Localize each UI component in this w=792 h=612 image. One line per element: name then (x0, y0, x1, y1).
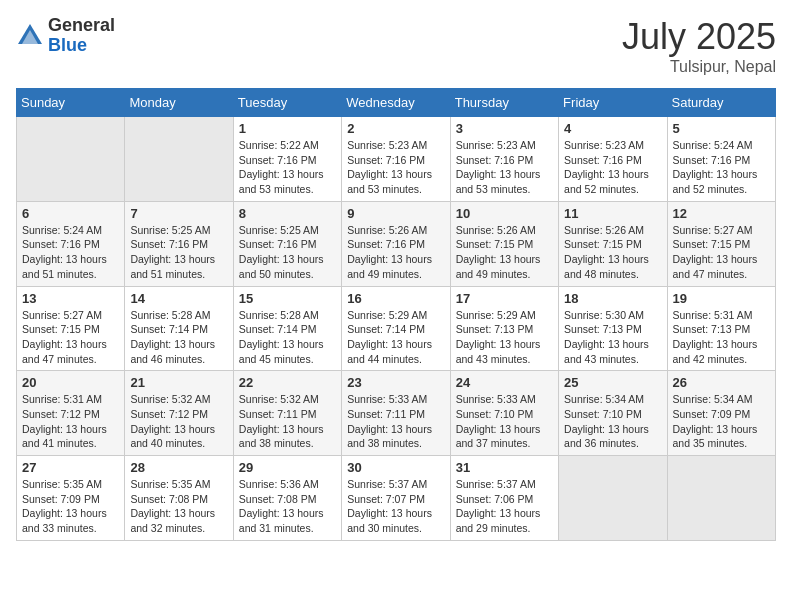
calendar-cell: 22Sunrise: 5:32 AMSunset: 7:11 PMDayligh… (233, 371, 341, 456)
page-header: General Blue July 2025 Tulsipur, Nepal (16, 16, 776, 76)
week-row-0: 1Sunrise: 5:22 AMSunset: 7:16 PMDaylight… (17, 117, 776, 202)
header-cell-saturday: Saturday (667, 89, 775, 117)
day-detail: Sunrise: 5:33 AMSunset: 7:11 PMDaylight:… (347, 392, 444, 451)
day-number: 18 (564, 291, 661, 306)
calendar-cell: 1Sunrise: 5:22 AMSunset: 7:16 PMDaylight… (233, 117, 341, 202)
day-detail: Sunrise: 5:37 AMSunset: 7:06 PMDaylight:… (456, 477, 553, 536)
calendar-cell: 14Sunrise: 5:28 AMSunset: 7:14 PMDayligh… (125, 286, 233, 371)
day-number: 22 (239, 375, 336, 390)
calendar-header: SundayMondayTuesdayWednesdayThursdayFrid… (17, 89, 776, 117)
header-cell-thursday: Thursday (450, 89, 558, 117)
day-detail: Sunrise: 5:23 AMSunset: 7:16 PMDaylight:… (347, 138, 444, 197)
calendar-cell: 20Sunrise: 5:31 AMSunset: 7:12 PMDayligh… (17, 371, 125, 456)
day-number: 26 (673, 375, 770, 390)
header-cell-monday: Monday (125, 89, 233, 117)
day-detail: Sunrise: 5:23 AMSunset: 7:16 PMDaylight:… (564, 138, 661, 197)
calendar-cell (667, 456, 775, 541)
day-number: 23 (347, 375, 444, 390)
calendar-cell: 31Sunrise: 5:37 AMSunset: 7:06 PMDayligh… (450, 456, 558, 541)
day-number: 4 (564, 121, 661, 136)
calendar-cell: 15Sunrise: 5:28 AMSunset: 7:14 PMDayligh… (233, 286, 341, 371)
day-detail: Sunrise: 5:36 AMSunset: 7:08 PMDaylight:… (239, 477, 336, 536)
day-detail: Sunrise: 5:24 AMSunset: 7:16 PMDaylight:… (22, 223, 119, 282)
day-number: 27 (22, 460, 119, 475)
calendar-cell: 10Sunrise: 5:26 AMSunset: 7:15 PMDayligh… (450, 201, 558, 286)
day-number: 5 (673, 121, 770, 136)
calendar-cell: 26Sunrise: 5:34 AMSunset: 7:09 PMDayligh… (667, 371, 775, 456)
day-detail: Sunrise: 5:33 AMSunset: 7:10 PMDaylight:… (456, 392, 553, 451)
day-number: 2 (347, 121, 444, 136)
calendar-table: SundayMondayTuesdayWednesdayThursdayFrid… (16, 88, 776, 541)
day-detail: Sunrise: 5:34 AMSunset: 7:10 PMDaylight:… (564, 392, 661, 451)
day-detail: Sunrise: 5:30 AMSunset: 7:13 PMDaylight:… (564, 308, 661, 367)
day-detail: Sunrise: 5:37 AMSunset: 7:07 PMDaylight:… (347, 477, 444, 536)
calendar-cell: 27Sunrise: 5:35 AMSunset: 7:09 PMDayligh… (17, 456, 125, 541)
title-block: July 2025 Tulsipur, Nepal (622, 16, 776, 76)
day-detail: Sunrise: 5:34 AMSunset: 7:09 PMDaylight:… (673, 392, 770, 451)
day-number: 25 (564, 375, 661, 390)
day-number: 7 (130, 206, 227, 221)
logo-general-text: General (48, 16, 115, 36)
calendar-cell: 21Sunrise: 5:32 AMSunset: 7:12 PMDayligh… (125, 371, 233, 456)
calendar-cell: 18Sunrise: 5:30 AMSunset: 7:13 PMDayligh… (559, 286, 667, 371)
calendar-cell: 25Sunrise: 5:34 AMSunset: 7:10 PMDayligh… (559, 371, 667, 456)
location-subtitle: Tulsipur, Nepal (622, 58, 776, 76)
calendar-body: 1Sunrise: 5:22 AMSunset: 7:16 PMDaylight… (17, 117, 776, 541)
day-detail: Sunrise: 5:35 AMSunset: 7:09 PMDaylight:… (22, 477, 119, 536)
calendar-cell: 29Sunrise: 5:36 AMSunset: 7:08 PMDayligh… (233, 456, 341, 541)
day-number: 29 (239, 460, 336, 475)
day-detail: Sunrise: 5:32 AMSunset: 7:12 PMDaylight:… (130, 392, 227, 451)
header-cell-friday: Friday (559, 89, 667, 117)
day-number: 14 (130, 291, 227, 306)
calendar-cell: 30Sunrise: 5:37 AMSunset: 7:07 PMDayligh… (342, 456, 450, 541)
day-number: 16 (347, 291, 444, 306)
day-detail: Sunrise: 5:32 AMSunset: 7:11 PMDaylight:… (239, 392, 336, 451)
calendar-cell: 17Sunrise: 5:29 AMSunset: 7:13 PMDayligh… (450, 286, 558, 371)
calendar-cell: 28Sunrise: 5:35 AMSunset: 7:08 PMDayligh… (125, 456, 233, 541)
calendar-cell: 2Sunrise: 5:23 AMSunset: 7:16 PMDaylight… (342, 117, 450, 202)
logo-blue-text: Blue (48, 36, 115, 56)
calendar-cell (125, 117, 233, 202)
calendar-cell (559, 456, 667, 541)
day-number: 28 (130, 460, 227, 475)
day-number: 31 (456, 460, 553, 475)
day-detail: Sunrise: 5:26 AMSunset: 7:16 PMDaylight:… (347, 223, 444, 282)
day-number: 6 (22, 206, 119, 221)
day-detail: Sunrise: 5:24 AMSunset: 7:16 PMDaylight:… (673, 138, 770, 197)
calendar-cell: 13Sunrise: 5:27 AMSunset: 7:15 PMDayligh… (17, 286, 125, 371)
week-row-2: 13Sunrise: 5:27 AMSunset: 7:15 PMDayligh… (17, 286, 776, 371)
day-number: 13 (22, 291, 119, 306)
header-cell-tuesday: Tuesday (233, 89, 341, 117)
day-number: 30 (347, 460, 444, 475)
logo-icon (16, 22, 44, 50)
calendar-cell: 3Sunrise: 5:23 AMSunset: 7:16 PMDaylight… (450, 117, 558, 202)
day-detail: Sunrise: 5:28 AMSunset: 7:14 PMDaylight:… (130, 308, 227, 367)
header-cell-sunday: Sunday (17, 89, 125, 117)
calendar-cell: 8Sunrise: 5:25 AMSunset: 7:16 PMDaylight… (233, 201, 341, 286)
day-number: 3 (456, 121, 553, 136)
logo-text: General Blue (48, 16, 115, 56)
calendar-cell: 4Sunrise: 5:23 AMSunset: 7:16 PMDaylight… (559, 117, 667, 202)
calendar-cell: 23Sunrise: 5:33 AMSunset: 7:11 PMDayligh… (342, 371, 450, 456)
day-detail: Sunrise: 5:25 AMSunset: 7:16 PMDaylight:… (130, 223, 227, 282)
calendar-cell: 16Sunrise: 5:29 AMSunset: 7:14 PMDayligh… (342, 286, 450, 371)
calendar-cell: 19Sunrise: 5:31 AMSunset: 7:13 PMDayligh… (667, 286, 775, 371)
calendar-cell: 6Sunrise: 5:24 AMSunset: 7:16 PMDaylight… (17, 201, 125, 286)
day-detail: Sunrise: 5:31 AMSunset: 7:12 PMDaylight:… (22, 392, 119, 451)
day-number: 11 (564, 206, 661, 221)
day-detail: Sunrise: 5:29 AMSunset: 7:14 PMDaylight:… (347, 308, 444, 367)
day-detail: Sunrise: 5:29 AMSunset: 7:13 PMDaylight:… (456, 308, 553, 367)
header-cell-wednesday: Wednesday (342, 89, 450, 117)
calendar-cell: 5Sunrise: 5:24 AMSunset: 7:16 PMDaylight… (667, 117, 775, 202)
day-detail: Sunrise: 5:31 AMSunset: 7:13 PMDaylight:… (673, 308, 770, 367)
day-number: 21 (130, 375, 227, 390)
day-detail: Sunrise: 5:26 AMSunset: 7:15 PMDaylight:… (456, 223, 553, 282)
day-detail: Sunrise: 5:26 AMSunset: 7:15 PMDaylight:… (564, 223, 661, 282)
day-number: 19 (673, 291, 770, 306)
day-detail: Sunrise: 5:27 AMSunset: 7:15 PMDaylight:… (673, 223, 770, 282)
calendar-cell: 12Sunrise: 5:27 AMSunset: 7:15 PMDayligh… (667, 201, 775, 286)
day-detail: Sunrise: 5:25 AMSunset: 7:16 PMDaylight:… (239, 223, 336, 282)
calendar-cell (17, 117, 125, 202)
day-detail: Sunrise: 5:23 AMSunset: 7:16 PMDaylight:… (456, 138, 553, 197)
day-number: 9 (347, 206, 444, 221)
